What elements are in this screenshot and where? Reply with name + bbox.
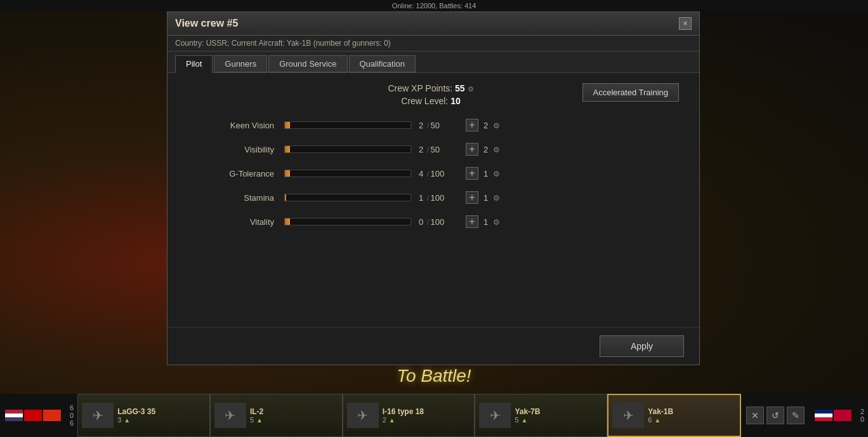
skill-fill-visibility <box>285 146 290 152</box>
skill-row-visibility: Visibility 2 /50 + 2 ⚙ <box>183 143 684 156</box>
right-counter: 2 0 <box>857 408 868 423</box>
skill-bar-vitality <box>284 218 411 225</box>
aircraft-slots: ✈ LaGG-3 35 3 ▲ ✈ IL-2 5 ▲ ✈ I- <box>77 394 741 437</box>
skill-fill-keen-vision <box>285 122 290 128</box>
crew-xp-value: 55 <box>455 83 465 93</box>
slot-info-i16: I-16 type 18 2 ▲ <box>383 407 471 424</box>
crew-info: Crew XP Points: 55 ⚙ Crew Level: 10 <box>348 83 514 106</box>
counter-val2: 0 <box>70 412 74 419</box>
crew-level-label: Crew Level: <box>401 96 448 106</box>
slot-count-lagg: 3 ▲ <box>117 416 206 424</box>
online-status: Online: 12000, Battles: 414 <box>392 2 477 10</box>
arrow-lagg: ▲ <box>124 417 130 424</box>
right-counter-val1: 2 <box>860 408 864 415</box>
skills-list: Keen Vision 2 /50 + 2 ⚙ Visibility 2 /50… <box>183 119 684 228</box>
skill-plus-keen-vision[interactable]: + <box>466 119 478 131</box>
skill-name-visibility: Visibility <box>183 145 284 154</box>
skill-values-stamina: 1 /100 <box>419 193 463 203</box>
modal-header: View crew #5 × <box>168 12 699 36</box>
aircraft-slot-yak7[interactable]: ✈ Yak-7B 5 ▲ <box>475 394 607 437</box>
tab-ground-service[interactable]: Ground Service <box>268 55 347 72</box>
skill-bar-visibility <box>284 145 411 153</box>
skill-pts-keen-vision: 2 ⚙ <box>483 121 500 130</box>
arrow-yak1b: ▲ <box>654 417 661 424</box>
skill-fill-vitality <box>285 218 290 225</box>
close-button[interactable]: × <box>679 17 692 30</box>
modal-subtitle: Country: USSR; Current Aircraft: Yak-1B … <box>168 36 699 51</box>
slot-count-yak7: 5 ▲ <box>515 416 603 424</box>
aircraft-icon-il2: ✈ <box>214 403 246 428</box>
cancel-icon-button[interactable]: ✕ <box>746 407 764 424</box>
aircraft-icon-lagg: ✈ <box>82 403 114 428</box>
skill-name-vitality: Vitality <box>183 217 284 227</box>
aircraft-icon-i16: ✈ <box>347 403 379 428</box>
slot-name-lagg: LaGG-3 35 <box>117 407 206 416</box>
battle-text[interactable]: To Battle! <box>397 366 471 386</box>
flag-uk <box>24 410 42 421</box>
skill-pts-visibility: 2 ⚙ <box>483 145 500 154</box>
slot-name-yak1b: Yak-1B <box>648 407 736 416</box>
top-bar: Online: 12000, Battles: 414 <box>0 0 868 11</box>
skill-name-stamina: Stamina <box>183 193 284 203</box>
skill-plus-g-tolerance[interactable]: + <box>466 167 478 180</box>
skill-plus-stamina[interactable]: + <box>466 191 478 204</box>
skill-fill-g-tolerance <box>285 170 290 177</box>
skill-bar-g-tolerance <box>284 170 411 177</box>
bottom-bar: 6 0 6 ✈ LaGG-3 35 3 ▲ ✈ IL-2 5 ▲ <box>0 394 868 437</box>
slot-info-yak7: Yak-7B 5 ▲ <box>515 407 603 424</box>
tab-gunners[interactable]: Gunners <box>214 55 267 72</box>
aircraft-slot-lagg[interactable]: ✈ LaGG-3 35 3 ▲ <box>77 394 210 437</box>
skill-values-vitality: 0 /100 <box>419 217 463 227</box>
skill-row-g-tolerance: G-Tolerance 4 /100 + 1 ⚙ <box>183 167 684 180</box>
xp-icon: ⚙ <box>468 85 474 93</box>
aircraft-slot-il2[interactable]: ✈ IL-2 5 ▲ <box>210 394 343 437</box>
counter-val1: 6 <box>70 404 74 412</box>
skill-values-g-tolerance: 4 /100 <box>419 169 463 178</box>
skill-pts-vitality: 1 ⚙ <box>483 217 500 227</box>
skill-values-keen-vision: 2 /50 <box>419 121 463 130</box>
skill-row-keen-vision: Keen Vision 2 /50 + 2 ⚙ <box>183 119 684 131</box>
flag-cn <box>43 410 61 421</box>
skill-values-visibility: 2 /50 <box>419 145 463 154</box>
tab-qualification[interactable]: Qualification <box>349 55 416 72</box>
apply-button[interactable]: Apply <box>600 335 684 357</box>
crew-level-row: Crew Level: 10 <box>348 96 514 106</box>
skill-plus-visibility[interactable]: + <box>466 143 478 156</box>
tab-pilot[interactable]: Pilot <box>175 55 213 73</box>
flag-gb <box>815 410 832 421</box>
crew-xp-label: Crew XP Points: <box>388 83 452 93</box>
crew-level-value: 10 <box>450 96 461 106</box>
tab-bar: Pilot Gunners Ground Service Qualificati… <box>168 51 699 73</box>
modal-title: View crew #5 <box>175 18 238 29</box>
aircraft-slot-i16[interactable]: ✈ I-16 type 18 2 ▲ <box>343 394 475 437</box>
crew-xp-row: Crew XP Points: 55 ⚙ <box>348 83 514 93</box>
skill-row-stamina: Stamina 1 /100 + 1 ⚙ <box>183 191 684 204</box>
slot-info-yak1b: Yak-1B 6 ▲ <box>648 407 736 424</box>
crew-modal: View crew #5 × Country: USSR; Current Ai… <box>167 11 700 365</box>
skill-plus-vitality[interactable]: + <box>466 215 478 228</box>
flag-jp <box>834 410 852 421</box>
slot-name-i16: I-16 type 18 <box>383 407 471 416</box>
accelerated-training-button[interactable]: Accelerated Training <box>582 83 680 102</box>
arrow-i16: ▲ <box>389 417 395 424</box>
skill-fill-stamina <box>285 194 286 201</box>
slot-name-yak7: Yak-7B <box>515 407 603 416</box>
info-row: Crew XP Points: 55 ⚙ Crew Level: 10 Acce… <box>183 83 684 106</box>
right-flags <box>810 410 857 421</box>
slot-count-yak1b: 6 ▲ <box>648 416 736 424</box>
arrow-il2: ▲ <box>256 417 263 424</box>
edit-icon-button[interactable]: ✎ <box>787 407 805 424</box>
reset-icon-button[interactable]: ↺ <box>766 407 784 424</box>
bottom-toolbar-icons: ✕ ↺ ✎ <box>741 407 810 424</box>
aircraft-icon-yak7: ✈ <box>479 403 511 428</box>
arrow-yak7: ▲ <box>522 417 528 424</box>
slot-info-il2: IL-2 5 ▲ <box>250 407 338 424</box>
left-counter: 6 0 6 <box>66 404 77 427</box>
skill-bar-keen-vision <box>284 121 411 129</box>
modal-body: Crew XP Points: 55 ⚙ Crew Level: 10 Acce… <box>168 73 699 327</box>
slot-count-il2: 5 ▲ <box>250 416 338 424</box>
slot-count-i16: 2 ▲ <box>383 416 471 424</box>
skill-pts-g-tolerance: 1 ⚙ <box>483 169 500 178</box>
aircraft-slot-yak1b[interactable]: ✈ Yak-1B 6 ▲ <box>607 394 741 437</box>
skill-name-g-tolerance: G-Tolerance <box>183 169 284 178</box>
